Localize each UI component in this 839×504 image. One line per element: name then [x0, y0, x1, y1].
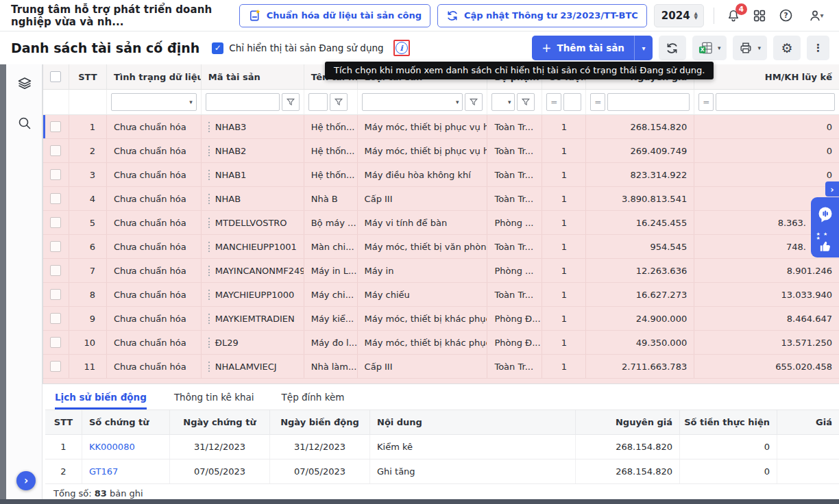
- column-header-code[interactable]: Mã tài sản: [202, 64, 304, 89]
- filter-qty-input[interactable]: [563, 93, 581, 111]
- row-checkbox[interactable]: [50, 241, 61, 252]
- asset-row[interactable]: 3Chưa chuẩn hóaNHAB1Hệ thốn...Máy điều h…: [43, 163, 839, 187]
- filter-name-funnel-button[interactable]: [330, 93, 348, 111]
- filter-code-funnel-button[interactable]: [282, 93, 300, 111]
- detail-column-header-date2[interactable]: Ngày biến động: [270, 410, 370, 434]
- chat-support-button[interactable]: [816, 204, 834, 225]
- cell-status: Chưa chuẩn hóa: [107, 355, 202, 378]
- tab-declaration[interactable]: Thông tin kê khai: [174, 384, 254, 410]
- layers-button[interactable]: [6, 70, 42, 97]
- asset-row[interactable]: 6Chưa chuẩn hóaMANCHIEUPP1001Màn chi...M…: [43, 235, 839, 259]
- cell-hm: 655.020.458: [694, 355, 839, 378]
- detail-row[interactable]: 1KK00008031/12/202331/12/2023Kiểm kê268.…: [45, 435, 839, 459]
- help-button[interactable]: ?: [776, 6, 795, 25]
- row-checkbox[interactable]: [50, 217, 61, 228]
- rate-app-button[interactable]: ★ ★ ★: [816, 231, 834, 252]
- row-checkbox[interactable]: [50, 361, 61, 372]
- cell-code: MTDELLVOSTRO: [202, 211, 304, 234]
- select-all-checkbox[interactable]: [50, 71, 61, 82]
- top-header: Trung tâm hỗ trợ phát triển doanh nghiệp…: [0, 0, 839, 32]
- detail-cell-doc[interactable]: KK000080: [82, 435, 170, 459]
- notification-bell-button[interactable]: 4: [724, 6, 743, 25]
- filter-in-use-checkbox[interactable]: ✓: [212, 42, 223, 54]
- year-selector[interactable]: 2024 ▲ ▼: [654, 4, 704, 27]
- detail-cell-doc[interactable]: GT167: [82, 459, 170, 483]
- gear-icon: ⚙: [781, 42, 792, 55]
- filter-cost-input[interactable]: [607, 93, 690, 111]
- detail-cell-cost: 268.154.820: [576, 459, 680, 483]
- filter-dept-funnel-button[interactable]: [517, 93, 535, 111]
- row-checkbox[interactable]: [50, 121, 61, 132]
- detail-table-body: 1KK00008031/12/202331/12/2023Kiểm kê268.…: [42, 435, 839, 484]
- filter-code-input[interactable]: [206, 93, 280, 111]
- cell-code: NHAB3: [202, 115, 304, 138]
- asset-row[interactable]: 7Chưa chuẩn hóaMAYINCANONMF249...Máy in …: [43, 259, 839, 283]
- filter-status-select[interactable]: ▾: [111, 93, 197, 111]
- detail-column-header-cost[interactable]: Nguyên giá: [576, 410, 680, 434]
- update-circular-button[interactable]: Cập nhật Thông tư 23/2023/TT-BTC: [437, 4, 647, 27]
- row-checkbox[interactable]: [50, 313, 61, 324]
- filter-cost-operator[interactable]: =: [590, 93, 605, 111]
- search-button[interactable]: [6, 110, 42, 137]
- detail-column-header-doc[interactable]: Số chứng từ: [82, 410, 170, 434]
- info-icon[interactable]: i: [396, 42, 408, 54]
- add-asset-dropdown[interactable]: ▾: [634, 36, 653, 60]
- row-checkbox[interactable]: [50, 169, 61, 180]
- apps-grid-button[interactable]: [750, 6, 769, 25]
- filter-type-funnel-button[interactable]: [465, 93, 483, 111]
- row-checkbox[interactable]: [50, 193, 61, 204]
- more-options-button[interactable]: ⋮: [807, 36, 829, 60]
- filter-hm-operator[interactable]: =: [698, 93, 714, 111]
- column-header-status[interactable]: Tình trạng dữ liệu: [107, 64, 202, 89]
- row-checkbox[interactable]: [50, 337, 61, 348]
- asset-row[interactable]: 4Chưa chuẩn hóaNHABNhà BCấp IIIToàn Tr..…: [43, 187, 839, 211]
- column-header-stt[interactable]: STT: [69, 64, 107, 89]
- spinner-down-icon[interactable]: ▼: [694, 16, 698, 20]
- asset-row[interactable]: 1Chưa chuẩn hóaNHAB3Hệ thốn...Máy móc, t…: [43, 115, 839, 139]
- filter-name-input[interactable]: [308, 93, 328, 111]
- settings-button[interactable]: ⚙: [773, 36, 801, 60]
- detail-row[interactable]: 2GT16707/05/202307/05/2023Ghi tăng268.15…: [45, 459, 839, 484]
- user-menu-button[interactable]: ▾: [802, 6, 829, 25]
- add-asset-button[interactable]: + Thêm tài sản ▾: [532, 36, 653, 60]
- export-excel-button[interactable]: X ▾: [692, 36, 727, 60]
- asset-row[interactable]: 2Chưa chuẩn hóaNHAB2Hệ thốn...Máy móc, t…: [43, 139, 839, 163]
- row-select-cell: [43, 115, 69, 138]
- cell-dept: Phòng ...: [487, 259, 542, 282]
- chat-bubble-icon: [816, 205, 834, 223]
- print-button[interactable]: ▾: [733, 36, 767, 60]
- filter-type-select[interactable]: ▾: [362, 93, 463, 111]
- detail-column-header-g2[interactable]: Giá: [777, 410, 839, 434]
- row-checkbox[interactable]: [50, 145, 61, 156]
- asset-row[interactable]: 5Chưa chuẩn hóaMTDELLVOSTROBộ máy ...Máy…: [43, 211, 839, 235]
- asset-row[interactable]: 11Chưa chuẩn hóaNHALAMVIECJNhà làm...Cấp…: [43, 355, 839, 379]
- asset-row[interactable]: 9Chưa chuẩn hóaMAYKIEMTRADIENMáy kiể...M…: [43, 307, 839, 331]
- detail-column-header-stt[interactable]: STT: [45, 410, 82, 434]
- standardize-data-button[interactable]: Chuẩn hóa dữ liệu tài sản công: [239, 4, 430, 27]
- expand-sidebar-button[interactable]: ›: [16, 471, 36, 490]
- row-select-cell: [43, 259, 69, 282]
- detail-column-header-amount[interactable]: Số tiền thực hiện: [680, 410, 777, 434]
- filter-hm-input[interactable]: [716, 93, 835, 111]
- filter-in-use-label: Chỉ hiển thị tài sản Đang sử dụng: [229, 42, 383, 53]
- cell-stt: 9: [69, 307, 107, 330]
- filter-dept-select[interactable]: ▾: [491, 93, 515, 111]
- cell-cost: 12.263.636: [586, 259, 694, 282]
- filter-qty-operator[interactable]: =: [546, 93, 561, 111]
- refresh-button[interactable]: [659, 36, 686, 60]
- tab-history[interactable]: Lịch sử biến động: [55, 384, 147, 410]
- cell-type: Cấp III: [358, 355, 488, 378]
- record-count-value: 83: [95, 488, 107, 499]
- detail-column-header-date1[interactable]: Ngày chứng từ: [170, 410, 270, 434]
- cell-hm: 0: [694, 115, 839, 138]
- asset-row[interactable]: 10Chưa chuẩn hóaĐL29Máy đo l...Máy móc, …: [43, 331, 839, 355]
- tab-attachments[interactable]: Tệp đính kèm: [282, 384, 345, 410]
- row-checkbox[interactable]: [50, 289, 61, 300]
- detail-column-header-content[interactable]: Nội dung: [370, 410, 576, 434]
- asset-row[interactable]: 8Chưa chuẩn hóaMAYCHIEUPP1000Máy chi...M…: [43, 283, 839, 307]
- year-spinner[interactable]: ▲ ▼: [694, 12, 698, 20]
- column-header-hm[interactable]: HM/KH lũy kế: [694, 64, 839, 89]
- collapse-panel-button[interactable]: ›: [825, 181, 839, 197]
- row-checkbox[interactable]: [50, 265, 61, 276]
- cell-name: Nhà B: [304, 187, 358, 210]
